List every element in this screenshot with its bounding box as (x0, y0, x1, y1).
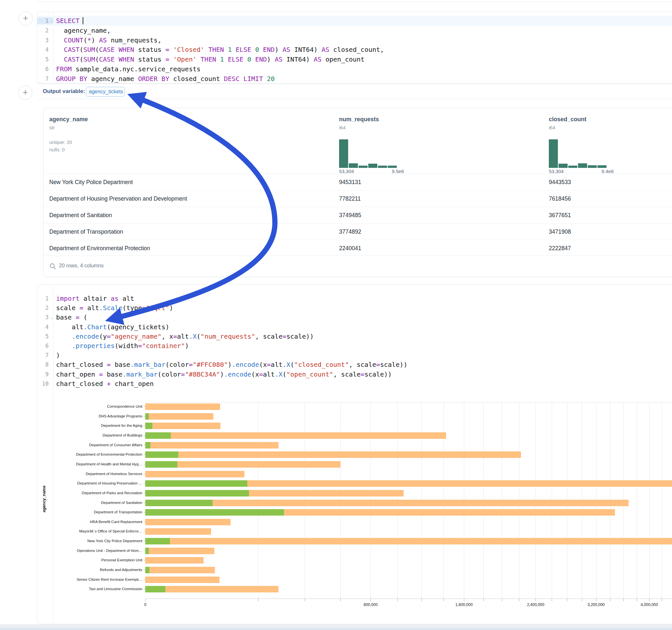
bar-closed-count (145, 500, 628, 506)
table-cell: 7618456 (549, 195, 571, 202)
code-line-7[interactable]: 7) (37, 350, 672, 360)
line-number: 4 (37, 324, 53, 330)
y-axis-label: DHS Advantage Programs (37, 414, 142, 418)
code-text[interactable]: CAST(SUM(CASE WHEN status = 'Closed' THE… (53, 46, 672, 53)
y-axis-label: Department of Consumer Affairs (37, 443, 142, 447)
code-text[interactable]: .encode(y="agency_name", x=alt.X("num_re… (53, 333, 672, 340)
code-text[interactable]: scale = alt.Scale(type="sqrt") (53, 304, 672, 312)
column-header-num_requests[interactable]: num_requestsi6453,3049.5e6 (339, 108, 423, 130)
add-cell-button-middle[interactable]: + (18, 86, 32, 100)
column-type: i64 (549, 125, 633, 130)
table-row[interactable]: Department of Environmental Protection22… (44, 240, 672, 256)
code-text[interactable]: FROM sample_data.nyc.service_requests (53, 65, 672, 73)
hist-min-label: 53,304 (339, 169, 354, 174)
line-number: 6 (37, 66, 53, 72)
next-cell-edge (0, 628, 672, 630)
column-name: closed_count (549, 116, 633, 123)
y-axis-label: Department for the Aging (37, 423, 142, 428)
table-cell: Department of Sanitation (49, 212, 112, 219)
previous-cell-edge (37, 0, 672, 2)
code-line-6[interactable]: 6FROM sample_data.nyc.service_requests (37, 64, 672, 74)
histogram-bar (349, 163, 358, 168)
code-text[interactable]: alt.Chart(agency_tickets) (53, 323, 672, 331)
code-text[interactable]: agency_name, (53, 27, 672, 34)
fold-chevron-icon[interactable]: ⌄ (51, 19, 53, 23)
table-row[interactable]: Department of Housing Preservation and D… (44, 190, 672, 207)
code-line-8[interactable]: 8chart_closed = base.mark_bar(color="#FF… (37, 360, 672, 369)
x-tick-label: 3,200,000 (587, 602, 605, 607)
histogram-bar (578, 163, 587, 168)
column-type: str (49, 125, 134, 130)
code-text[interactable]: chart_closed = base.mark_bar(color="#FFC… (53, 361, 672, 368)
x-tick-label: 2,400,000 (527, 602, 544, 607)
fold-chevron-icon[interactable]: ⌄ (51, 315, 53, 319)
bar-closed-count (145, 567, 215, 573)
hist-max-label: 9.4e6 (601, 169, 614, 174)
x-tick-mark (443, 599, 444, 601)
code-line-5[interactable]: 5 CAST(SUM(CASE WHEN status = 'Open' THE… (37, 54, 672, 64)
y-axis-label: Department of Buildings (37, 433, 142, 437)
code-text[interactable]: ) (53, 351, 672, 359)
code-line-5[interactable]: 5 .encode(y="agency_name", x=alt.X("num_… (37, 332, 672, 341)
table-cell: Department of Housing Preservation and D… (49, 195, 187, 202)
code-line-1[interactable]: 1import altair as alt (37, 294, 672, 303)
x-tick-mark (623, 599, 624, 601)
line-number: 7 (37, 75, 53, 82)
y-axis-label: Senior Citizen Rent Increase Exempti… (37, 578, 142, 581)
code-text[interactable]: SELECT (53, 17, 672, 25)
add-cell-button-top[interactable]: + (19, 11, 33, 26)
code-line-7[interactable]: 7GROUP BY agency_name ORDER BY closed_co… (37, 74, 672, 83)
column-header-closed_count[interactable]: closed_counti6453,3049.4e6 (549, 108, 633, 130)
table-cell: 7782211 (339, 195, 361, 202)
hist-min-label: 53,304 (549, 169, 564, 174)
code-line-4[interactable]: 4 alt.Chart(agency_tickets) (37, 322, 672, 332)
table-cell: New York City Police Department (49, 179, 133, 186)
x-tick-label: 1,600,000 (455, 602, 473, 607)
code-line-2[interactable]: 2scale = alt.Scale(type="sqrt") (37, 303, 672, 313)
code-line-6[interactable]: 6 .properties(width="container") (37, 341, 672, 350)
code-text[interactable]: GROUP BY agency_name ORDER BY closed_cou… (53, 75, 672, 83)
y-axis-label: Department of Homeless Services (37, 472, 142, 476)
table-row[interactable]: New York City Police Department945313194… (44, 174, 672, 190)
code-text[interactable]: COUNT(*) AS num_requests, (53, 36, 672, 44)
code-text[interactable]: import altair as alt (53, 295, 672, 302)
cell-gap-band (0, 624, 672, 628)
gridline (649, 403, 650, 599)
search-icon[interactable] (49, 263, 56, 270)
table-row[interactable]: Department of Transportation377489234719… (44, 223, 672, 240)
bar-open-count (145, 413, 149, 420)
output-variable-chip[interactable]: agency_tickets (86, 87, 125, 97)
bar-open-count (145, 567, 149, 573)
code-line-3[interactable]: 3 COUNT(*) AS num_requests, (37, 35, 672, 45)
code-text[interactable]: chart_closed + chart_open (53, 380, 672, 388)
x-tick-label: 0 (144, 602, 146, 607)
bar-open-count (145, 548, 149, 554)
column-histogram (339, 139, 399, 168)
bar-open-count (145, 442, 150, 449)
table-cell: Department of Transportation (49, 228, 123, 235)
table-header: agency_namestrunique: 20nulls: 0num_requ… (44, 108, 672, 174)
line-number: 10 (37, 381, 53, 387)
y-axis-label: Department of Transportation (37, 510, 142, 514)
code-line-1[interactable]: 1⌄SELECT (37, 16, 672, 26)
x-tick-label: 4,000,000 (641, 602, 658, 607)
table-cell: 9453131 (339, 179, 361, 186)
code-line-4[interactable]: 4 CAST(SUM(CASE WHEN status = 'Closed' T… (37, 45, 672, 54)
histogram-bar (388, 166, 397, 168)
code-line-3[interactable]: 3⌄base = ( (37, 312, 672, 322)
code-line-2[interactable]: 2 agency_name, (37, 26, 672, 35)
code-text[interactable]: chart_open = base.mark_bar(color="#8BC34… (53, 370, 672, 378)
bar-closed-count (145, 471, 244, 477)
bar-open-count (145, 509, 284, 516)
code-line-9[interactable]: 9chart_open = base.mark_bar(color="#8BC3… (37, 369, 672, 379)
column-header-agency_name[interactable]: agency_namestrunique: 20nulls: 0 (49, 108, 134, 152)
line-number: 3⌄ (37, 314, 53, 320)
code-line-10[interactable]: 10chart_closed + chart_open (37, 379, 672, 389)
result-table: agency_namestrunique: 20nulls: 0num_requ… (43, 108, 672, 277)
table-row[interactable]: Department of Sanitation37494853677651 (44, 207, 672, 223)
line-number: 7 (37, 352, 53, 358)
code-text[interactable]: .properties(width="container") (53, 342, 672, 350)
code-text[interactable]: base = ( (53, 313, 672, 321)
text-caret (83, 17, 83, 24)
code-text[interactable]: CAST(SUM(CASE WHEN status = 'Open' THEN … (53, 55, 672, 63)
